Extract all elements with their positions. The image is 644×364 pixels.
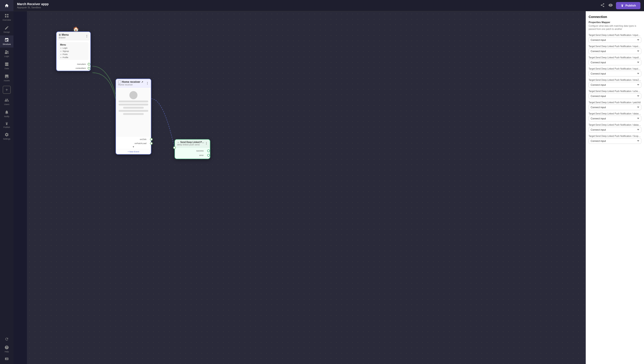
contextitem-port[interactable]: [88, 67, 90, 70]
error-port[interactable]: [207, 154, 210, 157]
menu-node-header: ☰ Menu drawer ⋮: [56, 32, 90, 40]
onclick-port-label: onClick: [140, 138, 146, 141]
onpatchload-port[interactable]: [150, 142, 153, 145]
contextitem-port-label: contextitem: [76, 67, 86, 69]
mapper-item-0: Target:Send Deep Linked Push Notificatio…: [588, 34, 641, 43]
app-title: March Receiver appp: [17, 2, 49, 6]
canvas-area[interactable]: 🏠 ☰ Menu drawer ⋮ Menu Login Signup: [27, 11, 586, 364]
mapper-select-9[interactable]: Connect input: [588, 138, 641, 144]
push-node[interactable]: ↔ Send Deep Linked Push N... deep linked…: [174, 139, 210, 159]
mapper-item-8: Target:Send Deep Linked Push Notificatio…: [588, 124, 641, 133]
mapper-select-0[interactable]: Connect input: [588, 37, 641, 43]
properties-mapper-desc: Configure what data with matching data t…: [588, 25, 641, 31]
home-avatar: [130, 91, 138, 99]
expand-chevron[interactable]: ▼: [132, 145, 135, 148]
mapper-select-5[interactable]: Connect input: [588, 93, 641, 99]
svg-rect-0: [5, 14, 6, 16]
mapper-label-5: Target:Send Deep Linked Push Notificatio…: [588, 90, 641, 93]
new-event-btn[interactable]: + New Event: [116, 149, 151, 154]
onpatchload-port-label: onPatchLoad: [134, 142, 146, 145]
sidebar-item-publish[interactable]: Publish: [3, 120, 10, 130]
mapper-label-3: Target:Send Deep Linked Push Notificatio…: [588, 68, 641, 70]
sidebar-item-design[interactable]: Design: [0, 23, 14, 36]
sidebar-item-assets[interactable]: Assets: [0, 72, 14, 84]
push-node-menu-btn[interactable]: ⋮: [205, 142, 208, 145]
sidebar-item-structure[interactable]: Structure: [0, 36, 14, 48]
svg-rect-3: [7, 16, 8, 18]
svg-rect-1: [7, 14, 8, 16]
mapper-items-container: Target:Send Deep Linked Push Notificatio…: [588, 34, 641, 144]
share-button[interactable]: [599, 2, 606, 10]
mapper-label-2: Target:Send Deep Linked Push Notificatio…: [588, 56, 641, 59]
menu-item-profile: Profile: [59, 56, 88, 59]
sidebar-refresh-btn[interactable]: [0, 335, 14, 343]
mapper-label-8: Target:Send Deep Linked Push Notificatio…: [588, 124, 641, 126]
mapper-select-3[interactable]: Connect input: [588, 71, 641, 77]
push-node-body: success error: [175, 147, 210, 159]
menuitem-port[interactable]: [88, 63, 90, 66]
mapper-select-6[interactable]: Connect input: [588, 104, 641, 110]
home-node[interactable]: Home receiver ↗ Home receiver ⋮: [116, 79, 151, 155]
onclick-port[interactable]: [150, 138, 153, 141]
menu-item-signup: Signup: [59, 50, 88, 53]
mapper-item-9: Target:Send Deep Linked Push Notificatio…: [588, 135, 641, 144]
sidebar-item-data[interactable]: Data: [0, 60, 14, 72]
home-node-header: Home receiver ↗ Home receiver ⋮: [116, 79, 151, 88]
svg-rect-2: [5, 16, 6, 18]
header: March Receiver appp Appspotr SL Sandbox …: [14, 0, 644, 11]
sidebar-home-btn[interactable]: [0, 0, 14, 11]
app-subtitle: Appspotr SL Sandbox: [17, 6, 49, 9]
keyboard-btn[interactable]: [0, 355, 14, 363]
sidebar-item-users[interactable]: Users: [0, 96, 14, 108]
mapper-label-7: Target:Send Deep Linked Push Notificatio…: [588, 112, 641, 115]
properties-mapper-title: Properties Mapper: [588, 21, 641, 24]
success-port-label: success: [196, 150, 204, 152]
sidebar-item-logic[interactable]: Logic: [0, 48, 14, 60]
push-input-port[interactable]: [173, 146, 176, 149]
error-port-label: error: [199, 154, 204, 156]
mapper-item-5: Target:Send Deep Linked Push Notificatio…: [588, 90, 641, 99]
mapper-select-4[interactable]: Connect input: [588, 82, 641, 88]
publish-button[interactable]: Publish: [616, 2, 640, 9]
menu-node-body: Menu Login Signup Posts Profile: [56, 40, 90, 62]
mapper-select-7[interactable]: Connect input: [588, 116, 641, 121]
menu-node-menu-btn[interactable]: ⋮: [86, 35, 88, 38]
mapper-item-1: Target:Send Deep Linked Push Notificatio…: [588, 45, 641, 54]
preview-button[interactable]: [607, 2, 614, 10]
menuitem-port-label: menuitem: [77, 63, 86, 65]
mapper-item-4: Target:Send Deep Linked Push Notificatio…: [588, 79, 641, 88]
sidebar: Overview Design Structure Logic Data Ass…: [0, 0, 14, 364]
sidebar-item-help[interactable]: Help: [0, 343, 14, 355]
mapper-label-0: Target:Send Deep Linked Push Notificatio…: [588, 34, 641, 36]
home-line-3: [123, 107, 144, 109]
mapper-select-8[interactable]: Connect input: [588, 127, 641, 133]
home-node-body: [116, 88, 151, 137]
home-line-4: [118, 110, 148, 112]
success-port[interactable]: [207, 149, 210, 152]
canvas: 🏠 ☰ Menu drawer ⋮ Menu Login Signup: [27, 11, 586, 364]
sidebar-item-notify[interactable]: Notify: [0, 108, 14, 120]
sidebar-item-settings[interactable]: Settings: [0, 130, 14, 142]
mapper-select-1[interactable]: Connect input: [588, 48, 641, 54]
connections-svg: [27, 11, 586, 364]
right-panel: Connection Properties Mapper Configure w…: [586, 11, 644, 364]
menu-item-login: Login: [59, 47, 88, 50]
push-node-header: ↔ Send Deep Linked Push N... deep linked…: [175, 140, 210, 147]
sidebar-item-overview[interactable]: Overview: [0, 11, 14, 23]
home-node-menu-btn[interactable]: ⋮: [146, 82, 149, 85]
home-line-1: [118, 101, 148, 102]
home-line-2: [118, 104, 148, 106]
menu-item-posts: Posts: [59, 53, 88, 56]
mapper-item-6: Target:Send Deep Linked Push Notificatio…: [588, 101, 641, 110]
mapper-item-3: Target:Send Deep Linked Push Notificatio…: [588, 68, 641, 77]
home-line-5: [123, 113, 144, 115]
mapper-item-2: Target:Send Deep Linked Push Notificatio…: [588, 56, 641, 65]
mapper-label-9: Target:Send Deep Linked Push Notificatio…: [588, 135, 641, 137]
mapper-item-7: Target:Send Deep Linked Push Notificatio…: [588, 112, 641, 121]
add-button[interactable]: +: [3, 86, 11, 94]
mapper-select-2[interactable]: Connect input: [588, 60, 641, 65]
menu-node[interactable]: ☰ Menu drawer ⋮ Menu Login Signup Posts …: [56, 32, 91, 71]
mapper-label-4: Target:Send Deep Linked Push Notificatio…: [588, 79, 641, 81]
mapper-label-6: Target:Send Deep Linked Push Notificatio…: [588, 101, 641, 104]
panel-title: Connection: [588, 15, 641, 19]
